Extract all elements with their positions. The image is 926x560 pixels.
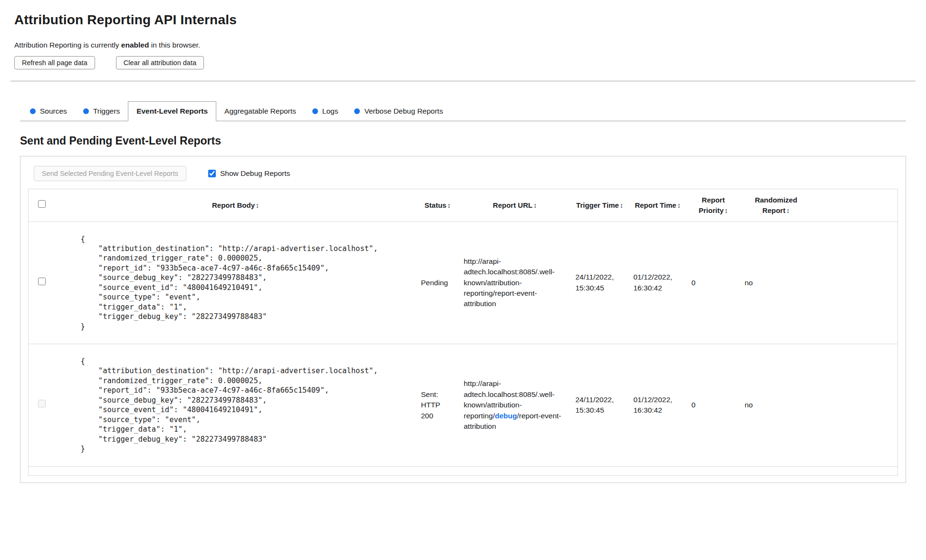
sort-icon: ↕ [533, 202, 537, 209]
report-url-cell: http://arapi-adtech.localhost:8085/.well… [459, 222, 571, 344]
status-cell: Sent: HTTP 200 [416, 344, 459, 467]
tab-label: Event-Level Reports [136, 107, 208, 116]
reports-panel: Send Selected Pending Event-Level Report… [20, 156, 906, 483]
column-header-status[interactable]: Status↕ [416, 189, 459, 222]
select-all-checkbox[interactable] [38, 200, 46, 208]
column-header-report-time[interactable]: Report Time↕ [629, 189, 687, 222]
tab-verbose-debug-reports[interactable]: Verbose Debug Reports [346, 102, 451, 121]
report-time-cell: 01/12/2022, 16:30:42 [629, 222, 687, 344]
column-header-report-body[interactable]: Report Body↕ [55, 189, 416, 222]
divider [10, 81, 916, 81]
attribution-internals-page: Attribution Reporting API Internals Attr… [14, 12, 912, 483]
sort-icon: ↕ [724, 207, 728, 214]
new-data-dot-icon [83, 108, 89, 114]
column-label: Report URL [493, 201, 532, 209]
sort-icon: ↕ [447, 202, 451, 209]
row-select-checkbox [38, 400, 46, 407]
tab-label: Logs [322, 107, 338, 116]
show-debug-reports-checkbox[interactable] [208, 170, 216, 177]
row-select-cell [29, 222, 55, 344]
page-title: Attribution Reporting API Internals [14, 12, 912, 28]
top-buttons: Refresh all page data Clear all attribut… [14, 56, 912, 69]
new-data-dot-icon [354, 108, 360, 114]
randomized-report-cell: no [740, 222, 812, 344]
column-header-randomized-report[interactable]: Randomized Report↕ [740, 189, 812, 222]
spacer-cell [812, 344, 898, 467]
event-level-reports-table: Report Body↕ Status↕ Report URL↕ Trigger… [28, 189, 898, 476]
randomized-report-cell: no [740, 344, 812, 467]
report-time-cell: 01/12/2022, 16:30:42 [629, 344, 687, 467]
tab-bar: Sources Triggers Event-Level Reports Agg… [20, 101, 906, 121]
status-line: Attribution Reporting is currently enabl… [14, 41, 912, 49]
report-body-cell: { "attribution_destination": "http://ara… [55, 222, 416, 344]
status-text-suffix: in this browser. [149, 41, 200, 49]
tab-triggers[interactable]: Triggers [75, 102, 128, 121]
spacer-cell [812, 222, 898, 344]
clear-all-attribution-data-button[interactable]: Clear all attribution data [116, 56, 204, 69]
send-selected-pending-reports-button[interactable]: Send Selected Pending Event-Level Report… [34, 166, 186, 181]
report-body-json: { "attribution_destination": "http://ara… [60, 357, 412, 454]
sort-icon: ↕ [620, 202, 623, 209]
report-priority-cell: 0 [687, 222, 740, 344]
column-label: Report Time [635, 201, 676, 209]
column-label: Randomized Report [755, 196, 797, 214]
column-header-report-url[interactable]: Report URL↕ [459, 189, 571, 222]
spacer-column-header [812, 189, 898, 222]
tab-label: Sources [40, 107, 67, 116]
report-row: { "attribution_destination": "http://ara… [29, 222, 898, 344]
report-url-debug-highlight: debug [495, 412, 517, 420]
status-text-prefix: Attribution Reporting is currently [14, 41, 121, 49]
panel-toolbar: Send Selected Pending Event-Level Report… [28, 166, 898, 181]
tab-label: Triggers [93, 107, 120, 116]
new-data-dot-icon [312, 108, 318, 114]
section-heading: Sent and Pending Event-Level Reports [20, 135, 906, 147]
status-cell: Pending [416, 222, 459, 344]
report-url-cell: http://arapi-adtech.localhost:8085/.well… [459, 344, 571, 467]
column-label: Trigger Time [576, 201, 619, 209]
trigger-time-cell: 24/11/2022, 15:30:45 [571, 222, 629, 344]
column-label: Report Priority [699, 196, 725, 214]
table-header-row: Report Body↕ Status↕ Report URL↕ Trigger… [29, 189, 898, 222]
row-select-cell [29, 344, 55, 467]
tab-sources[interactable]: Sources [22, 102, 75, 121]
show-debug-reports-label: Show Debug Reports [220, 169, 290, 178]
tab-event-level-reports[interactable]: Event-Level Reports [128, 101, 216, 121]
report-row: { "attribution_destination": "http://ara… [29, 344, 898, 467]
footer-spacer-cell [29, 466, 898, 475]
refresh-all-page-data-button[interactable]: Refresh all page data [14, 56, 95, 69]
column-label: Report Body [212, 201, 255, 209]
report-body-cell: { "attribution_destination": "http://ara… [55, 344, 416, 467]
new-data-dot-icon [30, 108, 36, 114]
row-select-checkbox[interactable] [38, 278, 46, 285]
column-label: Status [424, 201, 446, 209]
show-debug-reports-toggle[interactable]: Show Debug Reports [208, 169, 290, 178]
status-enabled-text: enabled [121, 41, 149, 49]
sort-icon: ↕ [256, 202, 259, 209]
table-footer-row [29, 466, 898, 475]
report-url-text: http://arapi-adtech.localhost:8085/.well… [464, 257, 555, 308]
tab-label: Verbose Debug Reports [364, 107, 443, 116]
lower-content: Sources Triggers Event-Level Reports Agg… [20, 101, 906, 483]
trigger-time-cell: 24/11/2022, 15:30:45 [571, 344, 629, 467]
report-body-json: { "attribution_destination": "http://ara… [60, 234, 412, 332]
sort-icon: ↕ [677, 202, 681, 209]
column-header-trigger-time[interactable]: Trigger Time↕ [571, 189, 629, 222]
sort-icon: ↕ [786, 207, 790, 214]
report-priority-cell: 0 [687, 344, 740, 467]
tab-aggregatable-reports[interactable]: Aggregatable Reports [216, 102, 304, 121]
column-header-report-priority[interactable]: Report Priority↕ [687, 189, 740, 222]
select-all-header-cell [29, 189, 55, 222]
tab-label: Aggregatable Reports [224, 107, 296, 116]
tab-logs[interactable]: Logs [304, 102, 347, 121]
